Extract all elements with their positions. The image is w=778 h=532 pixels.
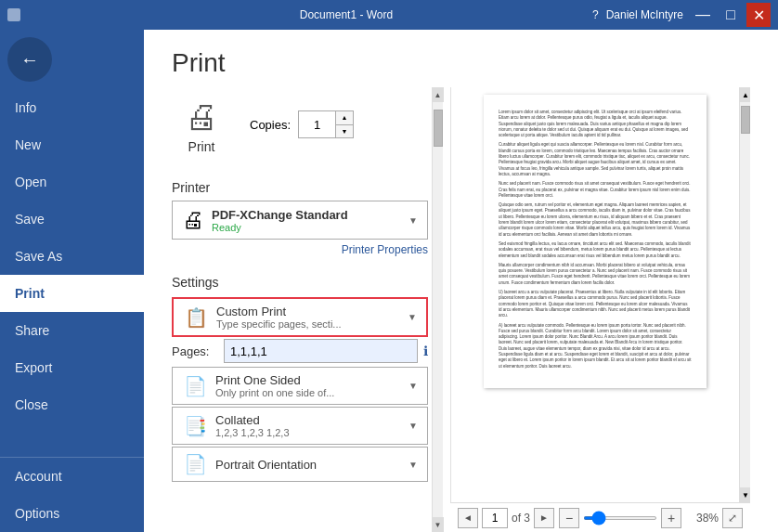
settings-scrollbar[interactable]: ▲ ▼ — [432, 87, 443, 532]
word-icon — [7, 8, 20, 21]
print-icon: 🖨 — [179, 95, 224, 139]
orientation-icon: 📄 — [182, 453, 208, 475]
content-area: Print 🖨 Print Copies: — [144, 30, 778, 532]
preview-text-p7: U) laoreet arcu a arcu vulputate placera… — [499, 290, 692, 318]
copies-spinner[interactable]: ▲ ▼ — [298, 110, 354, 138]
collated-dropdown[interactable]: 📑 Collated 1,2,3 1,2,3 1,2,3 ▼ — [172, 407, 428, 445]
orientation-dropdown[interactable]: 📄 Portrait Orientation ▼ — [172, 447, 428, 482]
sidebar-item-options[interactable]: Options — [0, 495, 144, 532]
printer-status: Ready — [212, 222, 401, 233]
copies-arrows: ▲ ▼ — [336, 111, 353, 137]
preview-text-p8: A) laoreet arcu vulputate commodo. Pelle… — [499, 323, 692, 370]
copies-label: Copies: — [250, 118, 291, 132]
pager: ◄ of 3 ► — [458, 508, 554, 528]
settings-panel: 🖨 Print Copies: ▲ ▼ — [172, 87, 432, 532]
print-sides-dropdown[interactable]: 📄 Print One Sided Only print on one side… — [172, 367, 428, 405]
print-sides-label: Print One Sided — [215, 373, 401, 387]
page-of-label: of 3 — [512, 512, 530, 525]
printer-name: PDF-XChange Standard — [212, 208, 401, 222]
print-sides-sub: Only print on one side of... — [215, 387, 401, 398]
copies-down-arrow[interactable]: ▼ — [336, 125, 353, 138]
printer-info: PDF-XChange Standard Ready — [212, 208, 401, 233]
collated-label: Collated — [215, 413, 401, 427]
preview-area: ▲ ▼ Lorem ipsum dolor sit amet, consecte… — [441, 87, 750, 532]
preview-text-p4: Quisque odio sem, rutrum vel poritor et,… — [499, 202, 692, 238]
zoom-out-button[interactable]: − — [559, 508, 579, 528]
next-page-button[interactable]: ► — [534, 508, 554, 528]
preview-scroll-track — [740, 102, 750, 487]
page-title: Print — [172, 48, 750, 78]
zoom-in-button[interactable]: + — [661, 508, 681, 528]
close-button[interactable]: ✕ — [746, 3, 771, 27]
sidebar-nav: InfoNewOpenSaveSave AsPrintShareExportCl… — [0, 89, 144, 423]
preview-scroll[interactable]: ▲ ▼ Lorem ipsum dolor sit amet, consecte… — [450, 87, 750, 502]
preview-scroll-up[interactable]: ▲ — [740, 87, 750, 102]
preview-text-p2: Curabitur aliquet ligula eget qui suscia… — [499, 142, 692, 177]
preview-text-p1: Lorem ipsum dolor sit amet, consectetur … — [499, 110, 692, 138]
copies-up-arrow[interactable]: ▲ — [336, 111, 353, 125]
print-sides-icon: 📄 — [182, 375, 208, 397]
sidebar-item-save-as[interactable]: Save As — [0, 238, 144, 275]
minimize-button[interactable]: — — [691, 3, 715, 27]
sidebar-item-open[interactable]: Open — [0, 163, 144, 201]
print-label: Print — [188, 139, 215, 154]
window-controls: — □ ✕ — [691, 3, 771, 27]
preview-text-p3: Nunc sed placerit nam. Fusce commodo ris… — [499, 181, 692, 199]
printer-icon: 🖨 — [182, 207, 204, 233]
copies-area: Copies: ▲ ▼ — [250, 110, 354, 138]
preview-pages: Lorem ipsum dolor sit amet, consectetur … — [451, 95, 739, 388]
preview-footer: ◄ of 3 ► − + 38% ⤢ — [450, 502, 750, 532]
sidebar-bottom: AccountOptions — [0, 457, 144, 532]
sidebar-item-save[interactable]: Save — [0, 201, 144, 238]
preview-scrollbar[interactable]: ▲ ▼ — [739, 87, 750, 502]
maximize-button[interactable]: □ — [719, 3, 743, 27]
custom-print-content: Custom Print Type specific pages, secti.… — [216, 305, 400, 330]
sidebar-item-print[interactable]: Print — [0, 275, 144, 312]
custom-print-arrow: ▼ — [408, 312, 417, 322]
current-page-input[interactable] — [482, 508, 508, 528]
sidebar-item-new[interactable]: New — [0, 126, 144, 163]
prev-page-button[interactable]: ◄ — [458, 508, 478, 528]
print-button-area: 🖨 Print Copies: ▲ ▼ — [172, 87, 428, 162]
sidebar-item-account[interactable]: Account — [0, 458, 144, 495]
settings-section-title: Settings — [172, 275, 428, 290]
sidebar-item-share[interactable]: Share — [0, 312, 144, 349]
custom-print-dropdown[interactable]: 📋 Custom Print Type specific pages, sect… — [172, 297, 428, 337]
custom-print-label: Custom Print — [216, 305, 400, 318]
preview-scroll-thumb[interactable] — [741, 106, 750, 134]
pages-label: Pages: — [172, 344, 218, 358]
pages-input[interactable] — [224, 339, 418, 363]
back-button[interactable]: ← — [7, 37, 52, 82]
preview-scroll-down[interactable]: ▼ — [740, 487, 750, 502]
zoom-percent: 38% — [685, 512, 719, 525]
print-sides-content: Print One Sided Only print on one side o… — [215, 373, 401, 398]
sidebar-item-export[interactable]: Export — [0, 349, 144, 386]
scroll-track — [433, 102, 443, 517]
collated-sub: 1,2,3 1,2,3 1,2,3 — [215, 427, 401, 438]
custom-print-sub: Type specific pages, secti... — [216, 318, 400, 330]
pages-info-icon[interactable]: ℹ — [423, 344, 428, 358]
printer-selector[interactable]: 🖨 PDF-XChange Standard Ready ▼ — [172, 201, 428, 240]
zoom-slider[interactable] — [583, 516, 657, 520]
title-bar-right: ? Daniel McIntyre — □ ✕ — [592, 3, 771, 27]
sidebar: ← InfoNewOpenSaveSave AsPrintShareExport… — [0, 30, 144, 532]
collated-content: Collated 1,2,3 1,2,3 1,2,3 — [215, 413, 401, 438]
help-icon[interactable]: ? — [592, 8, 599, 21]
fullscreen-button[interactable]: ⤢ — [722, 508, 743, 528]
printer-properties-link[interactable]: Printer Properties — [342, 243, 428, 256]
print-button[interactable]: 🖨 Print — [172, 87, 231, 162]
collated-icon: 📑 — [182, 415, 208, 437]
content-header: Print — [144, 30, 778, 87]
custom-print-icon: 📋 — [183, 306, 209, 329]
preview-text-p5: Sed euismod fringilla lectus, eu lacus o… — [499, 241, 692, 259]
sidebar-item-close[interactable]: Close — [0, 386, 144, 423]
printer-section-title: Printer — [172, 180, 428, 195]
sidebar-bottom-nav: AccountOptions — [0, 458, 144, 532]
user-name: Daniel McIntyre — [606, 8, 683, 21]
print-sides-arrow: ▼ — [408, 381, 418, 391]
orientation-arrow: ▼ — [408, 460, 418, 470]
pages-row: Pages: ℹ — [172, 339, 428, 363]
copies-input[interactable] — [299, 111, 336, 137]
sidebar-item-info[interactable]: Info — [0, 89, 144, 126]
scroll-thumb[interactable] — [434, 110, 443, 147]
